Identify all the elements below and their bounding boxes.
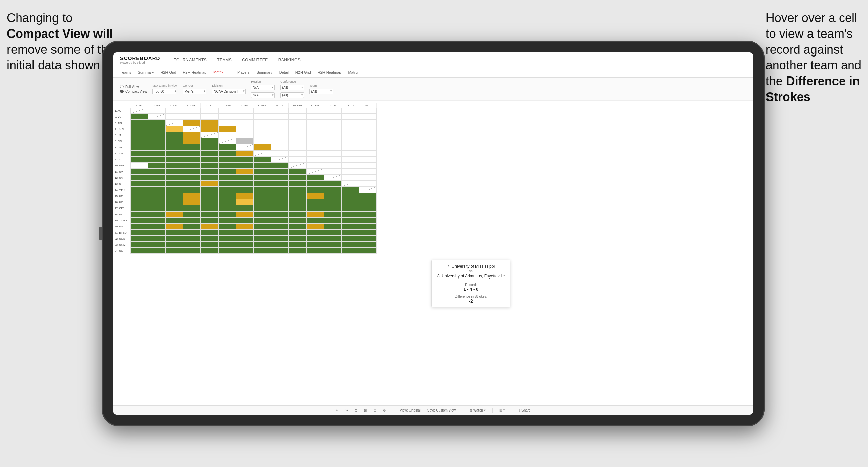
matrix-cell[interactable] xyxy=(218,229,236,236)
matrix-cell[interactable] xyxy=(341,229,359,236)
matrix-cell[interactable] xyxy=(201,193,218,199)
toolbar-undo[interactable]: ↩ xyxy=(336,408,338,412)
matrix-cell[interactable] xyxy=(130,242,148,248)
matrix-cell[interactable] xyxy=(148,156,165,162)
matrix-cell[interactable] xyxy=(130,236,148,242)
conference-select-2[interactable]: (All) xyxy=(280,92,304,98)
matrix-cell[interactable] xyxy=(289,108,306,114)
matrix-cell[interactable] xyxy=(218,181,236,187)
matrix-cell[interactable] xyxy=(289,236,306,242)
matrix-cell[interactable] xyxy=(165,162,183,169)
matrix-cell[interactable] xyxy=(306,181,324,187)
matrix-cell[interactable] xyxy=(271,132,289,138)
subnav-players-summary[interactable]: Summary xyxy=(257,70,272,75)
matrix-cell[interactable] xyxy=(130,229,148,236)
matrix-cell[interactable] xyxy=(130,132,148,138)
matrix-cell[interactable] xyxy=(253,181,271,187)
matrix-cell[interactable] xyxy=(218,162,236,169)
matrix-cell[interactable] xyxy=(253,199,271,205)
matrix-cell[interactable] xyxy=(218,150,236,156)
matrix-cell[interactable] xyxy=(359,242,377,248)
toolbar-share[interactable]: ⤴ Share xyxy=(519,408,530,412)
matrix-cell[interactable] xyxy=(201,229,218,236)
toolbar-clock[interactable]: ⊙ xyxy=(383,408,386,412)
matrix-cell[interactable] xyxy=(201,144,218,150)
matrix-cell[interactable] xyxy=(271,248,289,254)
matrix-cell[interactable] xyxy=(148,199,165,205)
matrix-cell[interactable] xyxy=(148,211,165,217)
matrix-cell[interactable] xyxy=(236,211,253,217)
matrix-cell[interactable] xyxy=(271,120,289,126)
toolbar-view-original[interactable]: View: Original xyxy=(400,408,421,412)
matrix-cell[interactable] xyxy=(236,181,253,187)
matrix-cell[interactable] xyxy=(201,205,218,211)
matrix-cell[interactable] xyxy=(341,156,359,162)
matrix-cell[interactable] xyxy=(359,199,377,205)
division-select[interactable]: NCAA Division I xyxy=(212,89,246,94)
subnav-h2h-heatmap[interactable]: H2H Heatmap xyxy=(183,70,206,75)
matrix-cell[interactable] xyxy=(165,199,183,205)
toolbar-compact[interactable]: ⊡ xyxy=(374,408,376,412)
matrix-cell[interactable] xyxy=(183,242,201,248)
matrix-cell[interactable] xyxy=(341,150,359,156)
matrix-cell[interactable] xyxy=(289,211,306,217)
matrix-cell[interactable] xyxy=(130,126,148,132)
matrix-cell[interactable] xyxy=(306,150,324,156)
matrix-cell[interactable] xyxy=(324,144,341,150)
matrix-cell[interactable] xyxy=(165,138,183,144)
matrix-cell[interactable] xyxy=(130,181,148,187)
matrix-cell[interactable] xyxy=(289,132,306,138)
matrix-cell[interactable] xyxy=(236,229,253,236)
subnav-h2h-grid[interactable]: H2H Grid xyxy=(160,70,176,75)
matrix-cell[interactable] xyxy=(359,144,377,150)
matrix-cell[interactable] xyxy=(324,236,341,242)
nav-committee[interactable]: COMMITTEE xyxy=(242,58,268,62)
matrix-cell[interactable] xyxy=(271,223,289,229)
matrix-cell[interactable] xyxy=(183,132,201,138)
matrix-cell[interactable] xyxy=(289,162,306,169)
matrix-cell[interactable] xyxy=(236,242,253,248)
toolbar-save-custom[interactable]: Save Custom View xyxy=(427,408,456,412)
matrix-cell[interactable] xyxy=(201,175,218,181)
matrix-cell[interactable] xyxy=(148,205,165,211)
matrix-cell[interactable] xyxy=(306,132,324,138)
matrix-cell[interactable] xyxy=(183,114,201,120)
matrix-cell[interactable] xyxy=(130,108,148,114)
matrix-cell[interactable] xyxy=(165,229,183,236)
matrix-cell[interactable] xyxy=(183,236,201,242)
gender-select[interactable]: Men's xyxy=(183,89,206,94)
matrix-cell[interactable] xyxy=(289,199,306,205)
matrix-cell[interactable] xyxy=(341,162,359,169)
matrix-cell[interactable] xyxy=(271,114,289,120)
matrix-cell[interactable] xyxy=(324,114,341,120)
matrix-cell[interactable] xyxy=(183,126,201,132)
matrix-cell[interactable] xyxy=(165,169,183,175)
matrix-cell[interactable] xyxy=(359,150,377,156)
matrix-cell[interactable] xyxy=(236,108,253,114)
matrix-cell[interactable] xyxy=(289,205,306,211)
matrix-cell[interactable] xyxy=(148,162,165,169)
matrix-cell[interactable] xyxy=(183,211,201,217)
matrix-cell[interactable] xyxy=(359,169,377,175)
matrix-cell[interactable] xyxy=(130,169,148,175)
matrix-cell[interactable] xyxy=(271,193,289,199)
matrix-cell[interactable] xyxy=(165,217,183,223)
matrix-cell[interactable] xyxy=(253,169,271,175)
matrix-cell[interactable] xyxy=(165,211,183,217)
matrix-cell[interactable] xyxy=(271,205,289,211)
matrix-cell[interactable] xyxy=(183,193,201,199)
matrix-cell[interactable] xyxy=(306,236,324,242)
matrix-cell[interactable] xyxy=(218,156,236,162)
matrix-cell[interactable] xyxy=(306,242,324,248)
matrix-cell[interactable] xyxy=(306,193,324,199)
matrix-cell[interactable] xyxy=(148,108,165,114)
matrix-cell[interactable] xyxy=(359,229,377,236)
matrix-cell[interactable] xyxy=(183,138,201,144)
matrix-cell[interactable] xyxy=(201,120,218,126)
matrix-cell[interactable] xyxy=(236,126,253,132)
matrix-cell[interactable] xyxy=(183,217,201,223)
matrix-cell[interactable] xyxy=(218,193,236,199)
matrix-cell[interactable] xyxy=(218,175,236,181)
matrix-cell[interactable] xyxy=(130,205,148,211)
conference-select[interactable]: (All) xyxy=(280,85,304,90)
